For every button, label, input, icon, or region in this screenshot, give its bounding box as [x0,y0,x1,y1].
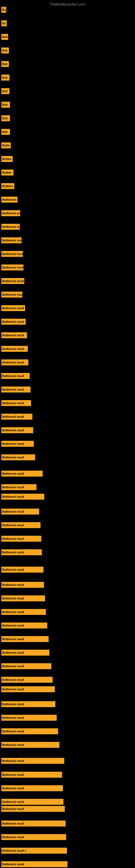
bar-row: Bottleneck result [1,834,66,840]
bar-row: Bottleneck result [1,237,21,243]
bar-label: Bottleneck result [2,822,24,825]
result-bar: Bo [1,7,6,13]
bar-label: Bo [2,22,6,25]
result-bar: Bottleneck result [1,386,31,393]
bar-row: Bottleneck result [1,373,30,379]
bar-label: Bott [2,103,8,106]
result-bar: Bottleneck result [1,441,34,447]
result-bar: Bottleneck result [1,471,43,476]
result-bar: Bottleneck result [1,567,43,572]
result-bar: Bottleneck result [1,414,32,420]
bar-label: Bottleneck result [2,638,24,641]
bar-label: Bottleneck result [2,836,24,839]
result-bar: Bottleneck resul [1,210,20,216]
bar-label: Bottlen [2,158,11,161]
bar-row: Bott [1,102,10,108]
bar-label: Bottleneck result [2,266,24,269]
result-bar: Bottleneck r [1,197,17,203]
bar-label: Bottleneck result [2,472,24,475]
bar-row: Bottleneck result [1,861,68,867]
result-bar: Bottleneck result [1,251,23,257]
bar-row: Bottleneck result [1,636,49,642]
bar-label: Bottleneck result [2,703,24,706]
bar-row: Bottleneck result [1,332,27,338]
result-bar: Bottleneck result [1,799,63,805]
bar-label: Bott [2,49,8,52]
result-bar: Bottleneck result [1,332,27,338]
bar-label: Bottleneck result [2,730,24,733]
bar-row: Bottleneck result [1,346,28,352]
bar-row: Bott [1,129,10,135]
bar-label: Bottleneck result [2,665,24,668]
result-bar: Bottleneck result [1,400,31,406]
bar-row: Bottleneck result [1,441,34,447]
result-bar: Bottleneck result [1,677,53,683]
bar-row: Bottleneck result [1,400,31,406]
bar-label: Bottle [2,144,10,147]
bar-row: Bottleneck result [1,265,24,271]
result-bar: Bottleneck result [1,686,55,692]
bar-row: Bottleneck result [1,758,64,764]
bar-row: Bott [1,88,9,94]
bar-row: Bottleneck result [1,508,39,515]
bar-label: Bottleneck re [2,225,19,228]
bar-label: Bottleneck result [2,801,24,803]
bar-label: Bottleneck result [2,347,24,350]
bar-row: Bottleneck result [1,414,32,420]
bar-row: Bo [1,7,6,13]
bar-label: Bott [2,117,8,120]
bar-row: Bottleneck r [1,197,17,203]
bar-row: Bottleneck result z [1,848,67,854]
bar-label: Bottleneck result [2,402,24,405]
bar-label: Bo [2,8,6,11]
result-bar: Bott [1,129,10,135]
bar-row: Bottleneck result [1,742,59,748]
result-bar: Bottlen [1,169,13,176]
result-bar: Bottleneck result [1,427,33,433]
bar-row: Bottlene [1,183,14,189]
bar-label: Bottleneck result [2,584,24,586]
bar-label: Bottleneck result [2,773,24,776]
bar-row: Bottleneck result [1,454,35,460]
result-bar: Bott [1,115,10,121]
bar-row: Bottleneck result [1,715,57,721]
bar-row: Bottleneck result [1,686,55,692]
result-bar: Bott [1,74,9,81]
bar-row: Bottleneck result [1,471,43,476]
result-bar: Bottleneck result [1,820,65,827]
bar-label: Bottleneck result [2,486,24,489]
bar-label: Bott [2,63,8,66]
bar-label: Bottleneck result [2,415,24,418]
bar-row: Bottleneck result [1,806,65,812]
bar-row: Bottleneck result [1,820,65,827]
bar-label: Bott [2,90,8,93]
bar-label: Bottleneck result [2,456,24,459]
bar-label: Bottleneck result [2,388,24,391]
bar-row: Bottleneck result [1,582,44,588]
bar-label: Bottleneck resu [2,293,22,296]
bar-row: Bottleneck result [1,622,47,628]
result-bar: Bottleneck result [1,861,68,867]
result-bar: Bottleneck result [1,265,24,271]
result-bar: Bottlene [1,183,14,189]
bar-row: Bottleneck result [1,609,46,615]
bar-row: Bottleneck result [1,549,42,555]
bar-row: Bottleneck result [1,595,45,601]
bar-row: Bottleneck resu [1,291,22,298]
result-bar: Bottleneck result [1,834,66,840]
bar-row: Bottlen [1,156,13,162]
result-bar: Bottleneck result [1,508,39,515]
bar-label: Bottlene [2,185,13,188]
result-bar: Bottleneck re [1,224,20,230]
bar-label: Bottleneck result z [2,849,26,852]
bar-row: Bottleneck result [1,386,31,393]
result-bar: Bottleneck result [1,622,47,628]
bar-row: Bo [1,20,7,26]
result-bar: Bottleneck result [1,278,24,284]
bar-row: Bottlen [1,169,13,176]
result-bar: Bottlen [1,156,13,162]
bar-label: Bottleneck result [2,239,21,242]
bar-label: Bottlen [2,171,11,174]
bar-row: Bottleneck result [1,494,44,500]
bar-label: Bottleneck result [2,678,24,681]
